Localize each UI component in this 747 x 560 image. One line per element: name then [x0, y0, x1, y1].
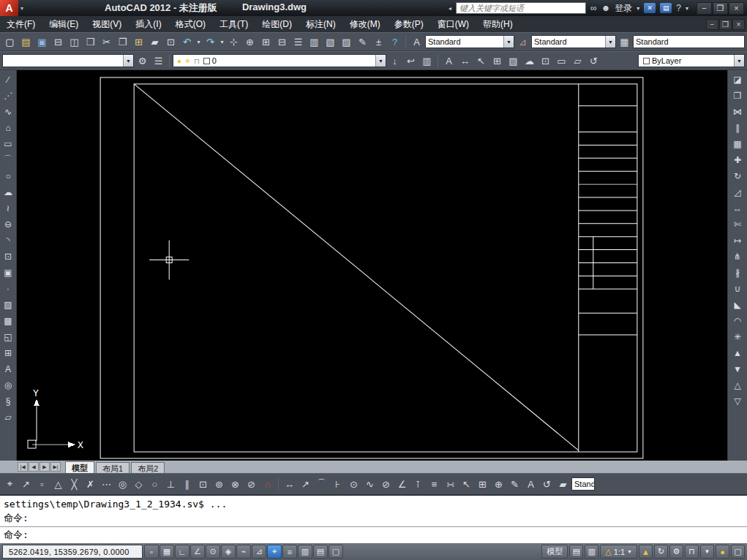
- text-style-icon[interactable]: A: [409, 34, 424, 50]
- search-binoculars-icon[interactable]: ∞: [590, 3, 597, 13]
- trim-icon[interactable]: ✄: [731, 217, 745, 231]
- quick-dimension-icon[interactable]: ⊺: [410, 477, 426, 492]
- qnew-icon[interactable]: ▢: [2, 34, 18, 50]
- zoom-window-icon[interactable]: ⊞: [258, 34, 274, 50]
- menu-format[interactable]: 格式(O): [169, 16, 212, 33]
- snap-mode-toggle[interactable]: ▫: [144, 545, 159, 559]
- model-paper-toggle[interactable]: 模型: [541, 545, 568, 559]
- layer-freeze-icon[interactable]: ☀: [184, 57, 191, 65]
- annotation-scale-button[interactable]: △ 1:1 ▼: [600, 545, 637, 559]
- doc-restore-button[interactable]: ❐: [719, 19, 732, 30]
- workspace-caret-icon[interactable]: ▼: [123, 55, 133, 67]
- menu-edit[interactable]: 编辑(E): [42, 16, 85, 33]
- status-menu-caret-icon[interactable]: ▼: [700, 545, 714, 559]
- cut-icon[interactable]: ✂: [99, 34, 114, 50]
- helix-icon[interactable]: §: [1, 394, 15, 408]
- baseline-dimension-icon[interactable]: ≡: [427, 477, 442, 492]
- tab-model[interactable]: 模型: [65, 461, 94, 473]
- ellipse-icon[interactable]: ⊖: [1, 217, 15, 231]
- ellipse-arc-icon[interactable]: ◝: [1, 233, 15, 247]
- line-icon[interactable]: ∕: [1, 72, 15, 86]
- dynamic-input-toggle[interactable]: ⌖: [267, 545, 282, 559]
- send-under-objects-icon[interactable]: ▽: [731, 394, 745, 408]
- linear-dimension-icon[interactable]: ↔: [457, 53, 473, 69]
- snap-to-apparent-intersection-icon[interactable]: ✗: [83, 477, 98, 492]
- dimension-text-edit-icon[interactable]: A: [523, 477, 538, 492]
- polar-tracking-toggle[interactable]: ∠: [190, 545, 205, 559]
- workspace-settings-icon[interactable]: ⚙: [135, 53, 150, 69]
- minimize-button[interactable]: −: [697, 2, 712, 15]
- quick-view-drawings-icon[interactable]: ▥: [585, 545, 598, 559]
- spline-icon[interactable]: ≀: [1, 201, 15, 215]
- menu-help[interactable]: 帮助(H): [476, 16, 519, 33]
- toolbar-lock-icon[interactable]: ⊓: [685, 545, 699, 559]
- dimension-style-icon[interactable]: ⊿: [515, 34, 530, 50]
- tab-layout1[interactable]: 布局1: [96, 462, 129, 473]
- workspace-select[interactable]: ▼: [2, 54, 134, 67]
- arc-length-dimension-icon[interactable]: ⌒: [314, 477, 329, 492]
- infocenter-search-input[interactable]: [456, 2, 586, 14]
- snap-to-intersection-icon[interactable]: ╳: [67, 477, 82, 492]
- text-style-select[interactable]: Standard ▼: [425, 35, 514, 48]
- join-icon[interactable]: ∪: [731, 281, 745, 295]
- close-button[interactable]: ×: [729, 2, 744, 15]
- object-snap-tracking-toggle[interactable]: ⌁: [236, 545, 251, 559]
- redo-caret-icon[interactable]: ▾: [219, 34, 225, 50]
- command-window[interactable]: settings\temp\Drawing3_1_2_1934.sv$ ...命…: [0, 495, 747, 543]
- table-icon[interactable]: ⊞: [489, 53, 505, 69]
- table-style-select[interactable]: Standard: [633, 35, 745, 48]
- zoom-realtime-icon[interactable]: ⊕: [242, 34, 258, 50]
- bring-to-front-icon[interactable]: ▲: [731, 346, 745, 360]
- fillet-icon[interactable]: ◠: [731, 314, 745, 328]
- clean-screen-button[interactable]: ▢: [731, 545, 745, 559]
- bring-above-objects-icon[interactable]: △: [731, 378, 745, 392]
- dimension-update-icon[interactable]: ↺: [539, 477, 555, 492]
- sheet-set-manager-icon[interactable]: ▨: [339, 34, 354, 50]
- layer-on-icon[interactable]: ●: [177, 57, 181, 65]
- tolerance-icon[interactable]: ⊞: [475, 477, 490, 492]
- menu-parametric[interactable]: 参数(P): [388, 16, 430, 33]
- jogged-dimension-icon[interactable]: ∿: [362, 477, 378, 492]
- pan-icon[interactable]: ⊹: [226, 34, 241, 50]
- quick-view-layouts-icon[interactable]: ▤: [569, 545, 583, 559]
- move-icon[interactable]: ✚: [731, 153, 745, 167]
- hatch-icon[interactable]: ▨: [1, 298, 15, 311]
- snap-to-none-icon[interactable]: ⊘: [244, 477, 259, 492]
- tab-layout2[interactable]: 布局2: [131, 462, 165, 473]
- point-icon[interactable]: ∙: [1, 281, 15, 295]
- coordinates-display[interactable]: 5262.0419, 15359.2679, 0.0000: [2, 545, 143, 559]
- snap-to-tangent-icon[interactable]: ○: [147, 477, 162, 492]
- publish-icon[interactable]: ❒: [83, 34, 98, 50]
- sign-in-label[interactable]: 登录: [615, 2, 632, 15]
- doc-close-button[interactable]: ×: [732, 19, 745, 30]
- performance-notification-icon[interactable]: ●: [716, 545, 729, 559]
- maximize-button[interactable]: ❐: [713, 2, 728, 15]
- snap-to-insert-icon[interactable]: ⊡: [195, 477, 211, 492]
- snap-to-midpoint-icon[interactable]: △: [50, 477, 66, 492]
- menu-view[interactable]: 视图(V): [86, 16, 128, 33]
- diameter-dimension-icon[interactable]: ⊘: [378, 477, 394, 492]
- insert-block-icon[interactable]: ⊡: [538, 53, 553, 69]
- annotation-visibility-icon[interactable]: ▲: [639, 545, 653, 559]
- wipeout-icon[interactable]: ▱: [1, 410, 15, 424]
- radius-dimension-icon[interactable]: ⊙: [346, 477, 361, 492]
- layer-lock-icon[interactable]: ⊓: [194, 57, 200, 65]
- dimension-edit-icon[interactable]: ✎: [507, 477, 522, 492]
- menu-dimension[interactable]: 标注(N): [299, 16, 342, 33]
- menu-modify[interactable]: 修改(M): [343, 16, 387, 33]
- polyline-icon[interactable]: ∿: [1, 105, 15, 118]
- snap-to-endpoint-icon[interactable]: ▫: [34, 477, 50, 492]
- snap-to-quadrant-icon[interactable]: ◇: [131, 477, 146, 492]
- continue-dimension-icon[interactable]: ∺: [443, 477, 458, 492]
- designcenter-icon[interactable]: ▥: [307, 34, 322, 50]
- layer-color-swatch[interactable]: [203, 58, 210, 64]
- osnap-settings-icon[interactable]: ∩: [260, 477, 275, 492]
- dimension-style-icon[interactable]: ▰: [555, 477, 571, 492]
- menu-window[interactable]: 窗口(W): [431, 16, 476, 33]
- copy-clip-icon[interactable]: ❐: [115, 34, 130, 50]
- grid-display-toggle[interactable]: ▦: [159, 545, 174, 559]
- insert-block-icon[interactable]: ⊡: [1, 249, 15, 263]
- layer-properties-manager-icon[interactable]: ☰: [151, 53, 166, 69]
- snap-to-perpendicular-icon[interactable]: ⊥: [163, 477, 179, 492]
- snap-to-extension-icon[interactable]: ⋯: [99, 477, 114, 492]
